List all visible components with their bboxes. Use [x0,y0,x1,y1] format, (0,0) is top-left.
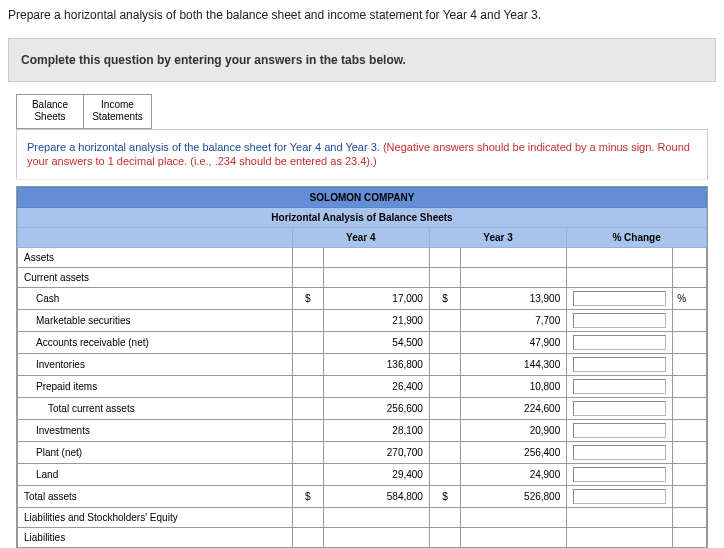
percent-change-input[interactable] [573,357,666,372]
currency-y3: $ [429,288,460,310]
value-y3: 256,400 [461,442,567,464]
analysis-table: SOLOMON COMPANY Horizontal Analysis of B… [17,187,707,548]
value-y3 [461,268,567,288]
change-input-cell [567,398,673,420]
value-y3: 24,900 [461,464,567,486]
change-input-cell [567,464,673,486]
tab-balance-sheets[interactable]: Balance Sheets [16,94,84,129]
value-y4: 29,400 [323,464,429,486]
percent-change-input[interactable] [573,379,666,394]
row-label: Total current assets [18,398,293,420]
tab-instructions: Prepare a horizontal analysis of the bal… [16,129,708,181]
instruction-main: Prepare a horizontal analysis of the bal… [27,141,383,153]
change-input-cell [567,268,673,288]
value-y4 [323,268,429,288]
percent-change-input[interactable] [573,423,666,438]
percent-symbol [673,310,707,332]
row-label: Plant (net) [18,442,293,464]
currency-y3 [429,332,460,354]
percent-symbol [673,486,707,508]
percent-symbol [673,248,707,268]
currency-y4 [292,398,323,420]
value-y4: 256,600 [323,398,429,420]
row-label: Cash [18,288,293,310]
table-row: Liabilities [18,528,707,548]
value-y3: 526,800 [461,486,567,508]
table-row: Prepaid items26,40010,800 [18,376,707,398]
table-row: Plant (net)270,700256,400 [18,442,707,464]
percent-symbol [673,398,707,420]
currency-y4 [292,420,323,442]
table-row: Total assets$584,800$526,800 [18,486,707,508]
percent-symbol [673,442,707,464]
row-label: Total assets [18,486,293,508]
currency-y3: $ [429,486,460,508]
value-y4 [323,528,429,548]
change-input-cell [567,442,673,464]
currency-y4 [292,332,323,354]
currency-y4 [292,310,323,332]
table-row: Cash$17,000$13,900% [18,288,707,310]
currency-y3 [429,376,460,398]
col-blank [18,228,293,248]
value-y4: 270,700 [323,442,429,464]
currency-y4: $ [292,288,323,310]
row-label: Marketable securities [18,310,293,332]
change-input-cell [567,508,673,528]
table-row: Accounts receivable (net)54,50047,900 [18,332,707,354]
row-label: Current assets [18,268,293,288]
currency-y3 [429,442,460,464]
value-y4: 584,800 [323,486,429,508]
row-label: Liabilities [18,528,293,548]
table-row: Land29,40024,900 [18,464,707,486]
percent-change-input[interactable] [573,489,666,504]
row-label: Investments [18,420,293,442]
currency-y4 [292,248,323,268]
table-row: Liabilities and Stockholders' Equity [18,508,707,528]
tabs-container: Balance Sheets Income Statements [16,94,708,129]
row-label: Prepaid items [18,376,293,398]
percent-change-input[interactable] [573,445,666,460]
col-year3: Year 3 [429,228,566,248]
table-title-company: SOLOMON COMPANY [18,188,707,208]
col-year4: Year 4 [292,228,429,248]
change-input-cell [567,354,673,376]
table-row: Investments28,10020,900 [18,420,707,442]
percent-symbol [673,528,707,548]
change-input-cell [567,248,673,268]
value-y3 [461,508,567,528]
currency-y4 [292,442,323,464]
percent-change-input[interactable] [573,335,666,350]
percent-symbol [673,376,707,398]
value-y3: 7,700 [461,310,567,332]
col-change: % Change [567,228,707,248]
percent-symbol [673,332,707,354]
currency-y3 [429,268,460,288]
percent-change-input[interactable] [573,291,666,306]
percent-change-input[interactable] [573,401,666,416]
row-label: Liabilities and Stockholders' Equity [18,508,293,528]
change-input-cell [567,528,673,548]
change-input-cell [567,420,673,442]
currency-y3 [429,528,460,548]
value-y3: 13,900 [461,288,567,310]
value-y4: 26,400 [323,376,429,398]
tab-income-statements[interactable]: Income Statements [84,94,152,129]
table-row: Current assets [18,268,707,288]
question-text: Prepare a horizontal analysis of both th… [0,0,724,34]
currency-y4: $ [292,486,323,508]
currency-y3 [429,398,460,420]
currency-y3 [429,248,460,268]
percent-change-input[interactable] [573,467,666,482]
table-row: Marketable securities21,9007,700 [18,310,707,332]
value-y3: 47,900 [461,332,567,354]
currency-y3 [429,354,460,376]
currency-y4 [292,508,323,528]
change-input-cell [567,332,673,354]
percent-symbol: % [673,288,707,310]
percent-change-input[interactable] [573,313,666,328]
row-label: Accounts receivable (net) [18,332,293,354]
value-y3: 144,300 [461,354,567,376]
value-y3: 20,900 [461,420,567,442]
value-y4 [323,508,429,528]
